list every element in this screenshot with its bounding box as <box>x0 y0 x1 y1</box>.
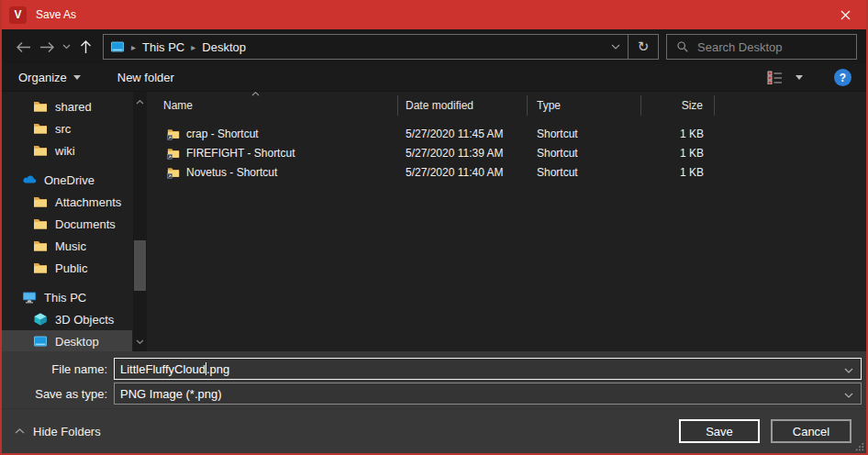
sidebar-item-public[interactable]: Public <box>2 257 132 279</box>
file-row[interactable]: crap - Shortcut 5/27/2020 11:45 AM Short… <box>149 124 866 143</box>
sidebar-item-label: Public <box>55 261 87 275</box>
window-title: Save As <box>36 8 76 21</box>
save-button-label: Save <box>706 425 733 438</box>
column-header-size[interactable]: Size <box>641 95 715 116</box>
address-bar[interactable]: ▸ This PC ▸ Desktop ↻ <box>103 34 659 60</box>
column-header-name[interactable]: Name <box>149 95 398 116</box>
folder-icon <box>33 121 48 136</box>
column-header-type[interactable]: Type <box>528 95 641 116</box>
scrollbar-down-button[interactable] <box>133 335 147 348</box>
file-date-modified: 5/27/2020 11:39 AM <box>398 147 528 160</box>
command-toolbar: Organize New folder ? <box>2 64 866 92</box>
vivaldi-app-icon: V <box>9 6 27 24</box>
sidebar-item-wiki[interactable]: wiki <box>2 139 132 161</box>
this-pc-icon <box>22 290 37 305</box>
back-icon <box>16 41 31 53</box>
file-size: 1 KB <box>641 128 715 140</box>
file-list: Name Date modified Type Size crap - Shor… <box>149 92 866 351</box>
sidebar-item-3d-objects[interactable]: 3D Objects <box>2 308 132 330</box>
file-size: 1 KB <box>641 166 715 179</box>
new-folder-label: New folder <box>117 71 174 84</box>
back-button[interactable] <box>11 34 35 60</box>
breadcrumb: ▸ This PC ▸ Desktop <box>104 39 246 54</box>
desktop-icon <box>33 334 48 349</box>
folder-icon <box>33 239 48 253</box>
file-type: Shortcut <box>528 166 641 179</box>
chevron-down-icon <box>136 339 144 344</box>
save-button[interactable]: Save <box>679 419 760 443</box>
scrollbar-up-button[interactable] <box>133 95 147 108</box>
scrollbar-thumb[interactable] <box>134 240 146 291</box>
sidebar-group-gap <box>2 161 149 169</box>
sidebar-item-this-pc[interactable]: This PC <box>2 286 132 308</box>
shortcut-folder-icon <box>167 166 180 179</box>
file-row[interactable]: Novetus - Shortcut 5/27/2020 11:40 AM Sh… <box>149 162 866 182</box>
sidebar-item-label: Desktop <box>55 335 99 349</box>
sidebar-item-music[interactable]: Music <box>2 235 132 257</box>
save-as-type-dropdown-button[interactable] <box>844 387 853 401</box>
close-button[interactable] <box>825 0 866 29</box>
onedrive-cloud-icon <box>22 172 37 187</box>
folder-icon <box>33 194 48 209</box>
help-button[interactable]: ? <box>834 69 851 86</box>
sidebar-item-label: This PC <box>44 291 86 305</box>
file-name-value-after-caret: .png <box>206 362 229 376</box>
folder-icon <box>33 143 48 158</box>
refresh-button[interactable]: ↻ <box>629 35 658 59</box>
file-name-dropdown-button[interactable] <box>844 362 853 376</box>
titlebar[interactable]: V Save As <box>2 0 866 29</box>
dialog-footer: Hide Folders Save Cancel <box>2 408 866 453</box>
cancel-button[interactable]: Cancel <box>771 419 851 443</box>
sidebar-item-label: src <box>55 122 71 136</box>
main-area: shared src wiki OneDrive Attachments D <box>2 92 866 351</box>
file-name-cell: FIREFIGHT - Shortcut <box>149 147 398 160</box>
column-headers: Name Date modified Type Size <box>149 92 866 119</box>
chevron-up-icon <box>15 428 25 434</box>
organize-label: Organize <box>18 71 67 84</box>
breadcrumb-item-desktop[interactable]: Desktop <box>202 40 246 54</box>
sidebar-item-attachments[interactable]: Attachments <box>2 191 132 213</box>
navigation-pane: shared src wiki OneDrive Attachments D <box>2 92 149 351</box>
sidebar-item-shared[interactable]: shared <box>2 95 132 117</box>
search-box[interactable] <box>666 34 857 60</box>
recent-locations-button[interactable] <box>59 34 73 60</box>
file-name-row: File name: LittleFluffyCloud.png <box>2 358 862 380</box>
hide-folders-button[interactable]: Hide Folders <box>15 425 101 438</box>
save-as-type-select[interactable]: PNG Image (*.png) <box>114 383 862 405</box>
file-name: crap - Shortcut <box>186 128 259 140</box>
save-as-type-row: Save as type: PNG Image (*.png) <box>2 383 862 405</box>
sidebar-item-desktop[interactable]: Desktop <box>2 330 132 351</box>
sidebar-item-label: Documents <box>55 217 116 231</box>
file-name-cell: crap - Shortcut <box>149 128 398 140</box>
address-dropdown-button[interactable] <box>604 35 628 59</box>
navigation-bar: ▸ This PC ▸ Desktop ↻ <box>2 29 866 64</box>
toolbar-right-group: ? <box>767 69 851 86</box>
details-view-icon[interactable] <box>767 71 785 84</box>
column-header-date-modified[interactable]: Date modified <box>398 95 528 116</box>
file-name-input[interactable]: LittleFluffyCloud.png <box>114 358 862 380</box>
folder-icon <box>33 261 48 275</box>
shortcut-folder-icon <box>167 147 180 160</box>
file-row[interactable]: FIREFIGHT - Shortcut 5/27/2020 11:39 AM … <box>149 143 866 162</box>
organize-button[interactable]: Organize <box>18 71 81 84</box>
folder-icon <box>33 99 48 114</box>
sidebar-item-label: wiki <box>55 144 75 158</box>
sidebar-item-label: 3D Objects <box>55 313 114 327</box>
search-input[interactable] <box>697 40 835 54</box>
new-folder-button[interactable]: New folder <box>117 71 174 84</box>
breadcrumb-item-this-pc[interactable]: This PC <box>142 40 184 54</box>
sidebar-item-documents[interactable]: Documents <box>2 213 132 235</box>
sidebar-item-src[interactable]: src <box>2 117 132 139</box>
chevron-down-icon <box>611 44 620 50</box>
cancel-button-label: Cancel <box>793 425 829 438</box>
save-as-dialog: V Save As ▸ This PC ▸ Desktop <box>0 0 868 455</box>
view-dropdown-triangle-icon[interactable] <box>796 75 803 80</box>
forward-button[interactable] <box>35 34 59 60</box>
file-rows: crap - Shortcut 5/27/2020 11:45 AM Short… <box>149 124 866 182</box>
up-button[interactable] <box>73 34 97 60</box>
sidebar-scrollbar[interactable] <box>133 92 147 351</box>
question-mark-icon: ? <box>840 72 846 84</box>
sidebar-item-label: Music <box>55 239 86 253</box>
resize-grip[interactable] <box>855 442 864 451</box>
sidebar-item-onedrive[interactable]: OneDrive <box>2 169 132 191</box>
